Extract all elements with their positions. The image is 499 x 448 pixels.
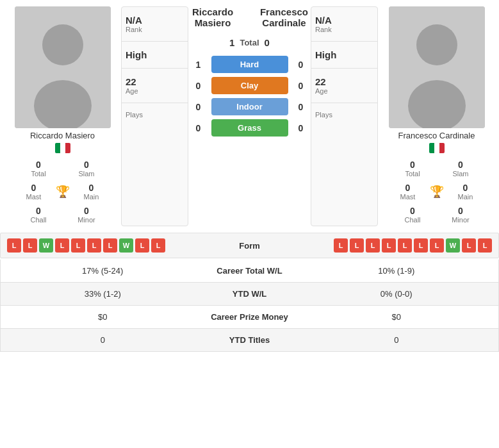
form-badge-l: L bbox=[55, 238, 69, 253]
form-badge-l: L bbox=[23, 238, 37, 253]
player1-trophy-icon: 🏆 bbox=[56, 185, 70, 199]
form-badge-l: L bbox=[87, 238, 101, 253]
stats-row-3: 0YTD Titles0 bbox=[0, 329, 499, 352]
player2-avatar bbox=[389, 6, 485, 128]
player2-mast-item: 0 Mast bbox=[389, 180, 427, 203]
svg-point-4 bbox=[416, 24, 457, 65]
player2-form: LLLLLLLWLL bbox=[282, 238, 493, 253]
p1-total-score: 1 bbox=[229, 37, 234, 48]
center-area: RiccardoMasiero FrancescoCardinale 1 Tot… bbox=[191, 6, 308, 226]
player1-flag-it bbox=[55, 143, 70, 153]
player1-stats-box: N/A Rank High 22 Age Plays bbox=[121, 6, 188, 226]
comparison-block: Riccardo Masiero 0 Total 0 Slam bbox=[0, 0, 499, 233]
player1-chall-lbl: Chall bbox=[16, 216, 61, 224]
player2-trophy-row: 0 Mast 🏆 0 Main bbox=[389, 180, 485, 203]
player2-total-lbl: Total bbox=[390, 170, 436, 178]
form-badge-l: L bbox=[398, 238, 412, 253]
player2-rank-box: N/A Rank bbox=[311, 7, 377, 42]
player2-trophy-icon: 🏆 bbox=[430, 185, 444, 199]
player1-chall-val: 0 bbox=[16, 206, 61, 216]
surface-row-grass: 0 Grass 0 bbox=[191, 119, 308, 137]
p2-clay-score: 0 bbox=[295, 81, 307, 91]
player1-minor-lbl: Minor bbox=[64, 216, 110, 224]
player1-plays-lbl: Plays bbox=[126, 111, 184, 119]
stats-right-val-2: $0 bbox=[301, 312, 493, 322]
player1-plays-box: Plays bbox=[122, 103, 188, 126]
player2-high-box: High bbox=[311, 42, 377, 69]
player1-age-val: 22 bbox=[126, 76, 184, 87]
p2-total-score: 0 bbox=[265, 37, 270, 48]
player2-plays-lbl: Plays bbox=[315, 111, 373, 119]
player2-age-box: 22 Age bbox=[311, 69, 377, 103]
player1-minor-item: 0 Minor bbox=[63, 203, 111, 226]
stats-left-val-0: 17% (5-24) bbox=[7, 266, 199, 276]
player1-minor-val: 0 bbox=[64, 206, 110, 216]
player1-slam-item: 0 Slam bbox=[63, 157, 111, 180]
player1-stats: 0 Total 0 Slam 0 Mast 🏆 0 Main bbox=[15, 157, 111, 226]
player1-main-item: 0 Main bbox=[72, 180, 111, 203]
player2-minor-lbl: Minor bbox=[438, 216, 484, 224]
player2-rank-lbl: Rank bbox=[315, 26, 373, 33]
player2-flag-it bbox=[429, 143, 445, 153]
total-line: 1 Total 0 bbox=[191, 37, 308, 48]
stats-label-3: YTD Titles bbox=[199, 335, 301, 345]
stats-row-2: $0Career Prize Money$0 bbox=[0, 306, 499, 329]
player2-chall-lbl: Chall bbox=[390, 216, 436, 224]
form-badge-l: L bbox=[71, 238, 85, 253]
p1-indoor-score: 0 bbox=[192, 102, 205, 112]
stats-left-val-2: $0 bbox=[7, 312, 199, 322]
surface-btn-clay[interactable]: Clay bbox=[211, 77, 288, 94]
page-container: Riccardo Masiero 0 Total 0 Slam bbox=[0, 0, 499, 352]
player1-high-box: High bbox=[122, 42, 188, 69]
form-badge-w: W bbox=[446, 238, 460, 253]
player1-rank-box: N/A Rank bbox=[122, 7, 188, 42]
player2-main-item: 0 Main bbox=[446, 180, 485, 203]
player1-flag bbox=[55, 143, 70, 153]
surface-btn-hard[interactable]: Hard bbox=[211, 56, 288, 73]
stats-label-1: YTD W/L bbox=[199, 289, 301, 299]
total-label: Total bbox=[240, 38, 259, 47]
stats-row-0: 17% (5-24)Career Total W/L10% (1-9) bbox=[0, 260, 499, 283]
player2-slam-item: 0 Slam bbox=[437, 157, 485, 180]
surface-btn-indoor[interactable]: Indoor bbox=[211, 98, 288, 115]
form-badge-l: L bbox=[382, 238, 396, 253]
surface-row-indoor: 0 Indoor 0 bbox=[191, 98, 308, 115]
player2-name: Francesco Cardinale bbox=[398, 131, 475, 140]
stats-row-1: 33% (1-2)YTD W/L0% (0-0) bbox=[0, 283, 499, 306]
player1-chall-item: 0 Chall bbox=[15, 203, 63, 226]
player2-mast-val: 0 bbox=[390, 183, 426, 193]
player2-slam-lbl: Slam bbox=[438, 170, 484, 178]
form-badge-l: L bbox=[151, 238, 165, 253]
stats-table: 17% (5-24)Career Total W/L10% (1-9)33% (… bbox=[0, 260, 499, 352]
player2-chall-item: 0 Chall bbox=[389, 203, 437, 226]
player2-plays-box: Plays bbox=[311, 103, 377, 126]
surface-btn-grass[interactable]: Grass bbox=[211, 119, 288, 137]
stats-right-val-3: 0 bbox=[301, 335, 493, 345]
p1-clay-score: 0 bbox=[192, 81, 205, 91]
form-badge-l: L bbox=[462, 238, 476, 253]
form-badge-l: L bbox=[350, 238, 364, 253]
player1-main-lbl: Main bbox=[74, 193, 110, 201]
player1-form: LLWLLLLWLL bbox=[7, 238, 218, 253]
form-label: Form bbox=[218, 241, 282, 251]
player1-total-lbl: Total bbox=[16, 170, 61, 178]
player1-slam-lbl: Slam bbox=[64, 170, 110, 178]
player2-high-val: High bbox=[315, 49, 373, 60]
player2-stats-box: N/A Rank High 22 Age Plays bbox=[311, 6, 378, 226]
player2-minor-item: 0 Minor bbox=[437, 203, 485, 226]
player1-rank-lbl: Rank bbox=[126, 26, 184, 33]
player2-flag bbox=[429, 143, 445, 153]
player1-rank-val: N/A bbox=[126, 15, 184, 26]
form-badge-l: L bbox=[135, 238, 149, 253]
player2-main-val: 0 bbox=[448, 183, 484, 193]
form-badge-l: L bbox=[334, 238, 348, 253]
player2-age-val: 22 bbox=[315, 76, 373, 87]
form-badge-w: W bbox=[119, 238, 133, 253]
player2-rank-val: N/A bbox=[315, 15, 373, 26]
stats-label-2: Career Prize Money bbox=[199, 312, 301, 322]
player1-avatar bbox=[15, 6, 111, 128]
player2-total-item: 0 Total bbox=[389, 157, 437, 180]
player1-main-val: 0 bbox=[74, 183, 110, 193]
form-badge-l: L bbox=[414, 238, 428, 253]
stats-right-val-0: 10% (1-9) bbox=[301, 266, 493, 276]
